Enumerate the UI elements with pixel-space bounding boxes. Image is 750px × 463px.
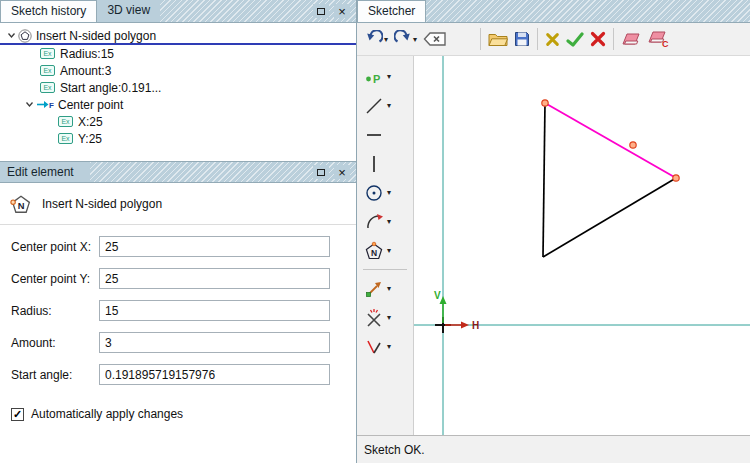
tree-root-label: Insert N-sided polygon [36,29,156,43]
tab-3d-view[interactable]: 3D view [97,0,160,22]
dropdown-arrow-icon[interactable]: ▾ [384,35,388,44]
close-button[interactable]: × [334,165,350,179]
dropdown-arrow-icon[interactable]: ▾ [387,313,391,322]
status-bar: Sketch OK. [357,435,750,463]
point-tool-icon: P [364,67,384,87]
field-row-center-y: Center point Y: [11,268,330,289]
dropdown-arrow-icon[interactable]: ▾ [387,72,391,81]
tree-root-row[interactable]: Insert N-sided polygon [0,28,356,45]
dropdown-arrow-icon[interactable]: ▾ [387,101,391,110]
cancel-x-icon [590,31,606,47]
polygon-edge[interactable] [543,103,545,257]
close-button[interactable]: × [334,4,350,18]
polygon-edge-point[interactable] [630,142,636,148]
open-button[interactable] [485,26,511,52]
dropdown-arrow-icon[interactable]: ▾ [387,246,391,255]
polygon-vertex[interactable] [542,100,548,106]
chevron-down-icon[interactable] [4,31,18,40]
trim-tool-icon [364,308,384,328]
redo-button[interactable]: ▾ [391,26,420,52]
start-angle-input[interactable] [99,364,330,385]
svg-text:F: F [49,101,54,110]
save-button[interactable] [511,26,533,52]
sketch-canvas[interactable]: V H [414,56,750,435]
dropdown-arrow-icon[interactable]: ▾ [387,342,391,351]
maximize-button[interactable] [313,165,329,179]
edit-heading-label: Insert N-sided polygon [42,197,162,211]
tool-column: P ▾ ▾ [357,56,414,435]
undo-button[interactable]: ▾ [362,26,391,52]
chevron-down-icon[interactable] [22,100,36,109]
toolbar-separator [480,28,481,50]
edit-element-titlebar[interactable]: Edit element × [0,161,356,183]
apply-changes-checkbox[interactable]: ✓ [11,408,24,421]
tree-item-y[interactable]: Ex Y:25 [0,130,356,147]
eraser-constraint-icon: C [647,31,669,47]
app-window: Sketch history 3D view × [0,0,750,463]
dropdown-arrow-icon[interactable]: ▾ [387,284,391,293]
move-tool-button[interactable]: ▾ [357,274,413,303]
check-icon: ✓ [13,408,22,421]
discard-button[interactable] [542,26,563,52]
polygon-edge[interactable] [543,178,676,257]
tree-item-radius[interactable]: Ex Radius:15 [0,45,356,62]
tree-item-start-angle[interactable]: Ex Start angle:0.191... [0,79,356,96]
sketcher-content: P ▾ ▾ [357,56,750,435]
tab-sketch-history[interactable]: Sketch history [0,0,97,22]
tree-item-amount[interactable]: Ex Amount:3 [0,62,356,79]
delete-last-button[interactable] [420,26,450,52]
apply-changes-row: ✓ Automatically apply changes [11,407,356,421]
polygon-tool-button[interactable]: N ▾ [357,236,413,265]
dropdown-arrow-icon[interactable]: ▾ [387,217,391,226]
v-axis-label: V [434,290,441,301]
field-row-center-x: Center point X: [11,236,330,257]
vertical-line-tool-button[interactable] [357,149,413,178]
erase-button[interactable] [618,26,644,52]
cancel-button[interactable] [587,26,609,52]
value-icon: Ex [40,48,55,59]
field-label: Amount: [11,336,99,350]
center-x-input[interactable] [99,236,330,257]
erase-constraints-button[interactable]: C [644,26,672,52]
horizontal-line-tool-button[interactable] [357,120,413,149]
field-row-radius: Radius: [11,300,330,321]
maximize-button[interactable] [313,4,329,18]
field-label: Center point Y: [11,272,99,286]
polygon-tool-icon: N [10,193,32,215]
amount-input[interactable] [99,332,330,353]
edit-element-panel: N Insert N-sided polygon Center point X:… [0,183,356,463]
maximize-icon [317,8,325,15]
left-window-buttons: × [313,0,356,22]
divider [0,224,356,225]
trim-tool-button[interactable]: ▾ [357,303,413,332]
move-tool-icon [364,279,384,299]
sketch-history-tree: Insert N-sided polygon Ex Radius:15 Ex A… [0,23,356,161]
tree-item-label: X:25 [78,115,103,129]
edit-window-buttons: × [313,161,356,183]
redo-icon [394,30,412,48]
toolbar-separator [613,28,614,50]
tree-item-x[interactable]: Ex X:25 [0,113,356,130]
accept-button[interactable] [563,26,587,52]
polygon-edge-selected[interactable] [545,103,676,178]
dropdown-arrow-icon[interactable]: ▾ [387,188,391,197]
center-y-input[interactable] [99,268,330,289]
tree-item-label: Radius:15 [60,47,114,61]
corner-tool-icon [364,337,384,357]
discard-x-icon [545,32,560,47]
circle-tool-button[interactable]: ▾ [357,178,413,207]
field-row-start-angle: Start angle: [11,364,330,385]
polygon-node-icon [18,29,32,43]
tree-item-center-point[interactable]: F Center point [0,96,356,113]
radius-input[interactable] [99,300,330,321]
dropdown-arrow-icon[interactable]: ▾ [413,35,417,44]
tab-sketcher[interactable]: Sketcher [357,0,426,22]
h-axis-label: H [472,320,479,331]
tool-separator [363,269,407,270]
corner-tool-button[interactable]: ▾ [357,332,413,361]
arc-tool-button[interactable]: ▾ [357,207,413,236]
point-tool-button[interactable]: P ▾ [357,62,413,91]
line-tool-button[interactable]: ▾ [357,91,413,120]
polygon-vertex[interactable] [673,175,679,181]
svg-text:N: N [18,201,25,211]
